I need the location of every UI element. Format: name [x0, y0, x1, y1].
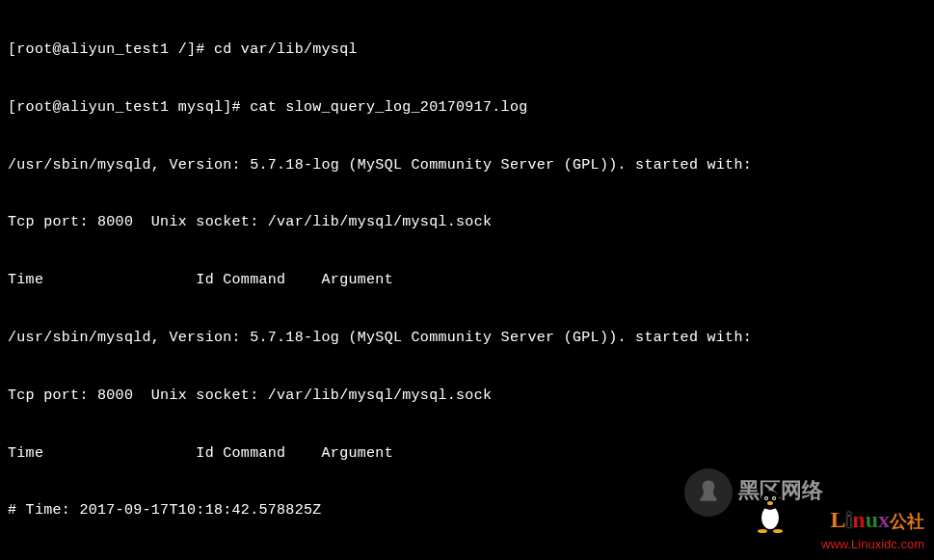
watermark-brand: Linux公社 www.Linuxidc.com	[821, 505, 924, 552]
svg-point-8	[758, 529, 767, 533]
terminal-line: Tcp port: 8000 Unix socket: /var/lib/mys…	[8, 213, 926, 232]
svg-point-7	[767, 501, 773, 505]
svg-point-5	[765, 497, 767, 499]
terminal-line: /usr/sbin/mysqld, Version: 5.7.18-log (M…	[8, 156, 926, 175]
watermark-logo-icon	[684, 468, 733, 517]
terminal-line: [root@aliyun_test1 mysql]# cat slow_quer…	[8, 98, 926, 118]
brand-logo: Linux公社	[821, 505, 924, 536]
svg-point-2	[761, 491, 780, 510]
terminal-line: [root@aliyun_test1 /]# cd var/lib/mysql	[8, 40, 926, 60]
terminal-line: Time Id Command Argument	[8, 271, 926, 290]
terminal-line: Tcp port: 8000 Unix socket: /var/lib/mys…	[8, 387, 926, 406]
brand-url: www.Linuxidc.com	[821, 536, 924, 552]
svg-point-6	[773, 497, 775, 499]
terminal-line: /usr/sbin/mysqld, Version: 5.7.18-log (M…	[8, 329, 926, 348]
penguin-icon	[751, 489, 789, 533]
terminal-line: Time Id Command Argument	[8, 444, 926, 464]
svg-point-9	[773, 529, 783, 533]
